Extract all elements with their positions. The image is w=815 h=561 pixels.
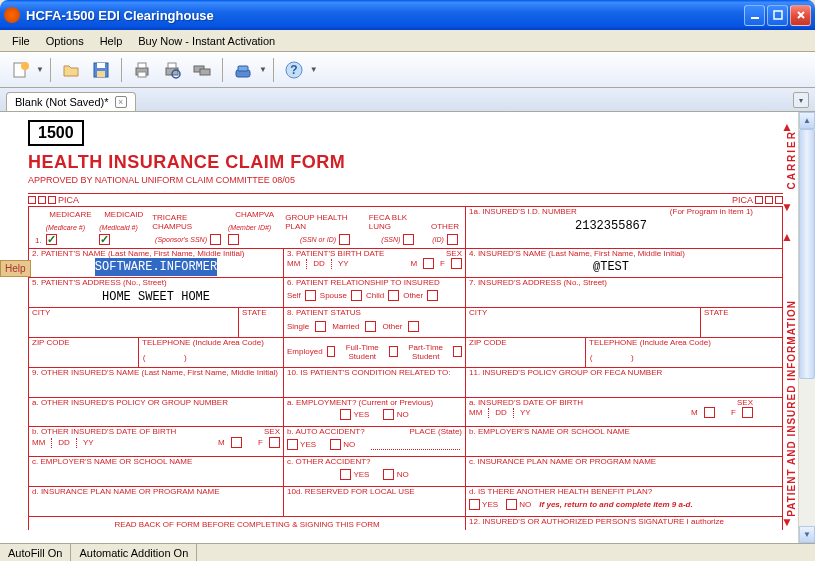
benefit-no-checkbox[interactable] — [506, 499, 517, 510]
svg-rect-5 — [97, 63, 105, 68]
scroll-thumb[interactable] — [799, 129, 815, 379]
svg-rect-16 — [238, 66, 248, 71]
open-button[interactable] — [57, 56, 85, 84]
menu-file[interactable]: File — [4, 33, 38, 49]
other-acc-no-checkbox[interactable] — [383, 469, 394, 480]
svg-text:?: ? — [290, 63, 297, 77]
save-button[interactable] — [87, 56, 115, 84]
patient-phone-field[interactable]: ( ) — [142, 348, 280, 366]
minimize-button[interactable] — [744, 5, 765, 26]
other-insured-plan-field[interactable] — [32, 497, 280, 515]
svg-rect-8 — [138, 63, 146, 68]
vertical-scrollbar[interactable]: ▲ ▼ — [798, 112, 815, 543]
insured-sex-f-checkbox[interactable] — [742, 407, 753, 418]
other-insured-sex-m-checkbox[interactable] — [231, 437, 242, 448]
patient-info-arrow-up-icon: ▲ — [781, 230, 793, 244]
menu-buynow[interactable]: Buy Now - Instant Activation — [130, 33, 283, 49]
svg-rect-1 — [774, 11, 782, 19]
insured-city-field[interactable] — [469, 318, 697, 336]
insured-policy-field[interactable] — [469, 378, 753, 396]
patient-info-side-label: PATIENT AND INSURED INFORMATION — [786, 300, 797, 517]
status-other-checkbox[interactable] — [408, 321, 419, 332]
patient-info-arrow-down-icon: ▼ — [781, 515, 793, 529]
status-autoadd: Automatic Addition On — [71, 544, 197, 561]
rel-child-checkbox[interactable] — [388, 290, 399, 301]
status-married-checkbox[interactable] — [365, 321, 376, 332]
print-preview-button[interactable] — [158, 56, 186, 84]
champva-checkbox[interactable] — [228, 234, 239, 245]
svg-point-3 — [21, 62, 29, 70]
patient-sex-m-checkbox[interactable] — [423, 258, 434, 269]
other-insured-policy-field[interactable] — [32, 407, 280, 425]
help-button[interactable]: ? — [280, 56, 308, 84]
scroll-up-button[interactable]: ▲ — [799, 112, 815, 129]
close-button[interactable] — [790, 5, 811, 26]
insured-name-field[interactable]: @TEST — [469, 258, 753, 276]
insured-state-field[interactable] — [704, 318, 753, 336]
insured-address-field[interactable] — [469, 288, 753, 306]
insured-zip-field[interactable] — [469, 348, 582, 366]
patient-sex-f-checkbox[interactable] — [451, 258, 462, 269]
svg-rect-11 — [168, 63, 176, 68]
menubar: File Options Help Buy Now - Instant Acti… — [0, 30, 815, 52]
feca-checkbox[interactable] — [403, 234, 414, 245]
reserved-local-field[interactable] — [287, 497, 462, 515]
auto-yes-checkbox[interactable] — [287, 439, 298, 450]
other-insured-sex-f-checkbox[interactable] — [269, 437, 280, 448]
claim-form: 1500 HEALTH INSURANCE CLAIM FORM APPROVE… — [28, 120, 783, 530]
print-batch-button[interactable] — [188, 56, 216, 84]
tab-label: Blank (Not Saved)* — [15, 96, 109, 108]
status-single-checkbox[interactable] — [315, 321, 326, 332]
status-ptstudent-checkbox[interactable] — [453, 346, 462, 357]
window-title: HCFA-1500 EDI Clearinghouse — [26, 8, 744, 23]
employment-yes-checkbox[interactable] — [340, 409, 351, 420]
form-title: HEALTH INSURANCE CLAIM FORM — [28, 152, 783, 173]
titlebar: HCFA-1500 EDI Clearinghouse — [0, 0, 815, 30]
insured-id-field[interactable]: 2132355867 — [469, 217, 753, 235]
rel-other-checkbox[interactable] — [427, 290, 438, 301]
scroll-down-button[interactable]: ▼ — [799, 526, 815, 543]
tricare-checkbox[interactable] — [210, 234, 221, 245]
insured-phone-field[interactable]: ( ) — [589, 348, 753, 366]
new-button[interactable] — [6, 56, 34, 84]
menu-help[interactable]: Help — [92, 33, 131, 49]
read-back-text: READ BACK OF FORM BEFORE COMPLETING & SI… — [32, 518, 462, 529]
employment-no-checkbox[interactable] — [383, 409, 394, 420]
tabbar: Blank (Not Saved)* × ▾ — [0, 88, 815, 112]
maximize-button[interactable] — [767, 5, 788, 26]
app-icon — [4, 7, 20, 23]
status-employed-checkbox[interactable] — [327, 346, 336, 357]
tab-close-button[interactable]: × — [115, 96, 127, 108]
auto-no-checkbox[interactable] — [330, 439, 341, 450]
patient-name-field[interactable]: SOFTWARE.INFORMER — [95, 258, 217, 276]
insured-employer-field[interactable] — [469, 437, 753, 455]
carrier-side-label: CARRIER — [786, 130, 797, 190]
print-button[interactable] — [128, 56, 156, 84]
status-ftstudent-checkbox[interactable] — [389, 346, 398, 357]
patient-address-field[interactable]: HOME SWEET HOME — [32, 288, 280, 306]
patient-city-field[interactable] — [32, 318, 235, 336]
batch-button[interactable] — [229, 56, 257, 84]
insured-plan-name-field[interactable] — [469, 467, 753, 485]
benefit-yes-checkbox[interactable] — [469, 499, 480, 510]
other-ins-checkbox[interactable] — [447, 234, 458, 245]
rel-self-checkbox[interactable] — [305, 290, 316, 301]
svg-rect-9 — [138, 72, 146, 77]
rel-spouse-checkbox[interactable] — [351, 290, 362, 301]
content-area: Help 1500 HEALTH INSURANCE CLAIM FORM AP… — [0, 112, 815, 543]
help-side-tab[interactable]: Help — [0, 260, 31, 277]
other-acc-yes-checkbox[interactable] — [340, 469, 351, 480]
patient-zip-field[interactable] — [32, 348, 135, 366]
document-tab[interactable]: Blank (Not Saved)* × — [6, 92, 136, 111]
pica-row: PICA PICA — [28, 193, 783, 207]
insured-sex-m-checkbox[interactable] — [704, 407, 715, 418]
tab-scroll-button[interactable]: ▾ — [793, 92, 809, 108]
medicare-checkbox[interactable] — [46, 234, 57, 245]
group-checkbox[interactable] — [339, 234, 350, 245]
patient-state-field[interactable] — [242, 318, 280, 336]
menu-options[interactable]: Options — [38, 33, 92, 49]
other-insured-employer-field[interactable] — [32, 467, 280, 485]
other-insured-name-field[interactable] — [32, 378, 280, 396]
status-autofill: AutoFill On — [0, 544, 71, 561]
medicaid-checkbox[interactable] — [99, 234, 110, 245]
